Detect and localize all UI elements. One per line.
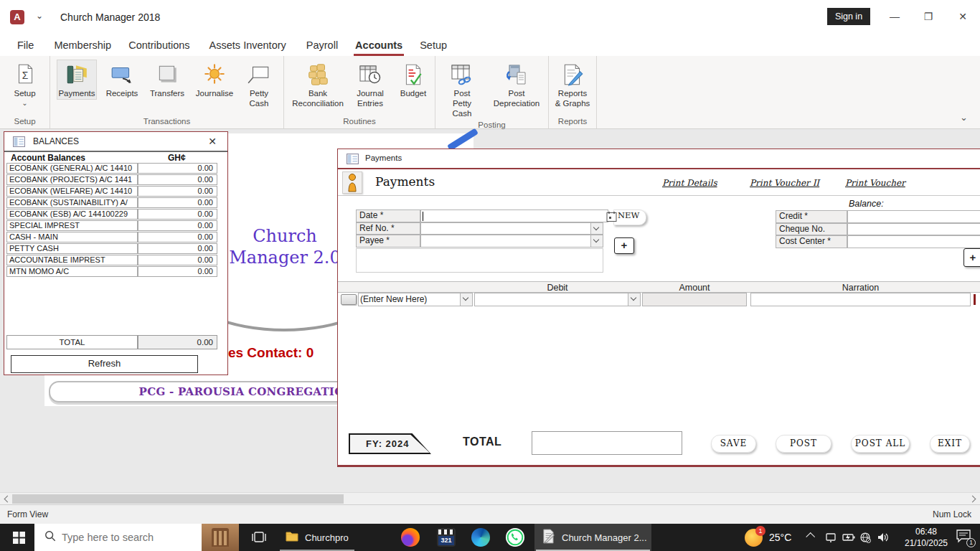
- print-details-link[interactable]: Print Details: [662, 178, 717, 188]
- table-row: ECOBANK (PROJECTS) A/C 14410.00: [4, 174, 227, 186]
- date-input[interactable]: [420, 209, 608, 222]
- enquiries-contact-text: iries Contact: 0: [215, 345, 314, 361]
- cost-center-input[interactable]: [847, 235, 980, 248]
- payments-header-title: Payments: [375, 174, 435, 189]
- ribbon-post-depreciation-button[interactable]: Post Depreciation: [486, 60, 547, 110]
- ribbon-budget-button[interactable]: Budget: [395, 60, 431, 100]
- display-connect-icon[interactable]: [825, 532, 837, 546]
- scroll-left-icon[interactable]: [4, 496, 11, 503]
- ribbon-group-label: Routines: [284, 116, 435, 128]
- tray-time: 06:48: [898, 526, 954, 537]
- tab-accounts[interactable]: Accounts: [354, 37, 404, 54]
- restore-button[interactable]: ❐: [920, 9, 936, 24]
- ribbon-setup-button[interactable]: Σ Setup ⌄: [9, 60, 41, 108]
- minimize-button[interactable]: —: [887, 9, 903, 24]
- taskbar-item-whatsapp[interactable]: [502, 524, 528, 551]
- taskbar-item-firefox[interactable]: [397, 524, 423, 551]
- ribbon-payments-button[interactable]: Payments: [57, 60, 97, 100]
- ref-no-label: Ref No. *: [356, 222, 420, 235]
- scrollbar-thumb[interactable]: [12, 494, 344, 504]
- fiscal-year-tab: FY: 2024: [349, 433, 431, 454]
- exit-button[interactable]: EXIT: [930, 435, 970, 453]
- info-person-icon[interactable]: [342, 171, 362, 194]
- search-highlight-image[interactable]: [202, 524, 239, 551]
- balances-total-label: TOTAL: [6, 335, 138, 349]
- save-button[interactable]: SAVE: [711, 435, 756, 453]
- ribbon-reports-graphs-button[interactable]: Reports & Graphs: [551, 60, 594, 110]
- taskbar-item-churchpro[interactable]: Churchpro: [277, 524, 357, 551]
- payee-details-box[interactable]: [356, 248, 603, 273]
- credit-input[interactable]: [847, 210, 980, 223]
- ribbon-receipts-button[interactable]: Receipts: [102, 60, 142, 100]
- tab-assets-inventory[interactable]: Assets Inventory: [208, 37, 288, 54]
- status-bar: Form View Num Lock: [0, 504, 980, 524]
- dropdown-button[interactable]: [460, 293, 472, 306]
- task-view-button[interactable]: [247, 524, 271, 551]
- balance-label: Balance:: [849, 199, 884, 209]
- add-payee-button[interactable]: +: [614, 237, 634, 254]
- network-globe-icon[interactable]: [859, 532, 871, 546]
- dropdown-button[interactable]: [628, 293, 640, 306]
- ribbon-transfers-button[interactable]: Transfers: [147, 60, 187, 100]
- edge-icon: [471, 528, 490, 547]
- ribbon-bank-reconciliation-button[interactable]: Bank Reconciliation: [291, 60, 345, 110]
- tab-contributions[interactable]: Contributions: [127, 37, 191, 54]
- record-selector-button[interactable]: [341, 294, 357, 305]
- tray-expand-chevron-icon[interactable]: [806, 532, 815, 542]
- add-cost-center-button[interactable]: +: [963, 248, 980, 267]
- taskbar-search[interactable]: [34, 524, 239, 551]
- ribbon-group-label: Reports: [549, 116, 596, 128]
- horizontal-scrollbar[interactable]: [0, 492, 980, 504]
- post-all-button[interactable]: POST ALL: [851, 435, 910, 453]
- column-header-amount: Amount: [642, 283, 747, 293]
- print-voucher-link[interactable]: Print Voucher: [845, 178, 905, 188]
- ribbon-journal-entries-button[interactable]: Journal Entries: [349, 60, 392, 110]
- search-input[interactable]: [62, 532, 191, 543]
- taskbar-item-edge[interactable]: [468, 524, 494, 551]
- weather-tray-button[interactable]: 1 25°C: [745, 524, 798, 551]
- dropdown-button[interactable]: [590, 223, 603, 235]
- tab-membership[interactable]: Membership: [52, 37, 113, 54]
- weather-badge: 1: [755, 526, 765, 536]
- narration-input[interactable]: [750, 293, 971, 306]
- print-voucher-2-link[interactable]: Print Voucher II: [750, 178, 819, 188]
- refresh-button[interactable]: Refresh: [11, 355, 198, 373]
- tab-file[interactable]: File: [16, 37, 35, 54]
- taskbar-item-media-player[interactable]: 321: [433, 524, 459, 551]
- payee-combobox[interactable]: [420, 235, 603, 248]
- ribbon-petty-cash-button[interactable]: Petty Cash: [242, 60, 276, 110]
- quick-access-chevron-icon[interactable]: ⌄: [36, 11, 43, 21]
- tray-clock[interactable]: 06:48 21/10/2025: [898, 526, 954, 549]
- dropdown-button[interactable]: [590, 235, 603, 247]
- category-combobox[interactable]: (Enter New Here): [358, 293, 473, 306]
- table-link-icon: [450, 62, 474, 87]
- table-row: ACCOUNTABLE IMPREST0.00: [4, 255, 227, 266]
- tab-setup[interactable]: Setup: [418, 37, 448, 54]
- amount-input[interactable]: [642, 293, 747, 306]
- sun-icon: [202, 62, 227, 87]
- close-button[interactable]: ✕: [955, 9, 971, 24]
- notification-center-button[interactable]: 1: [956, 529, 973, 546]
- post-button[interactable]: POST: [776, 435, 831, 453]
- ref-no-combobox[interactable]: [420, 222, 603, 235]
- new-record-button[interactable]: NEW: [606, 208, 646, 226]
- start-button[interactable]: [6, 524, 32, 551]
- sign-in-button[interactable]: Sign in: [827, 8, 870, 25]
- divider: [338, 195, 980, 196]
- ribbon-journalise-button[interactable]: Journalise: [192, 60, 237, 100]
- search-icon: [44, 530, 56, 545]
- cheque-no-input[interactable]: [847, 223, 980, 236]
- view-mode-label: Form View: [7, 509, 48, 519]
- debit-account-combobox[interactable]: [474, 293, 641, 306]
- table-row: PETTY CASH0.00: [4, 243, 227, 255]
- num-lock-label: Num Lock: [933, 509, 971, 519]
- close-icon[interactable]: ✕: [204, 134, 221, 149]
- table-row: ECOBANK (GENERAL) A/C 144100.00: [4, 163, 227, 174]
- speaker-icon[interactable]: [877, 532, 890, 546]
- tab-payroll[interactable]: Payroll: [305, 37, 339, 54]
- battery-icon[interactable]: [842, 532, 855, 546]
- scroll-right-icon[interactable]: [969, 496, 976, 503]
- ribbon-collapse-chevron-icon[interactable]: ⌄: [960, 112, 968, 123]
- taskbar-item-church-manager[interactable]: Church Manager 2...: [534, 524, 651, 551]
- ribbon-post-petty-cash-button[interactable]: Post Petty Cash: [440, 60, 484, 119]
